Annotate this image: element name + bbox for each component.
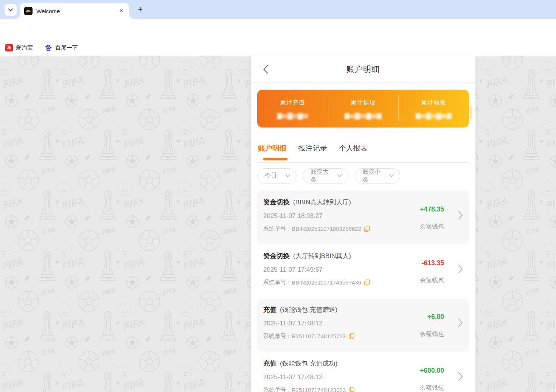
order-number-label: 系统单号： xyxy=(263,279,292,286)
stat-label: 累计提现 xyxy=(328,99,399,107)
filter-date-dropdown[interactable]: 今日 xyxy=(257,168,297,184)
copy-icon[interactable] xyxy=(349,333,355,339)
tab-account-detail[interactable]: 账户明细 xyxy=(257,143,287,153)
chevron-right-icon xyxy=(458,211,463,221)
new-tab-button[interactable]: + xyxy=(135,5,145,15)
active-tab-underline xyxy=(263,158,287,160)
transaction-type: 资金切换 xyxy=(263,198,290,207)
stat-label: 累计领取 xyxy=(398,99,469,107)
transaction-type: 充值 xyxy=(263,359,276,368)
wallet-label: 余额钱包 xyxy=(406,384,444,392)
page-title: 账户明细 xyxy=(346,64,380,75)
back-chevron-button[interactable] xyxy=(260,64,271,75)
order-number-label: 系统单号： xyxy=(263,386,292,392)
transaction-amount-block: +478.35 余额钱包 xyxy=(406,198,463,244)
baidu-paw-icon: du xyxy=(44,44,52,52)
transaction-row[interactable]: 资金切换 (大厅转到BBIN真人) 2025-11-07 17:49:57 系统… xyxy=(257,245,469,298)
order-number-label: 系统单号： xyxy=(263,225,292,232)
order-number: BBIN202511071749567436 xyxy=(292,279,361,286)
order-number: R2511071748123023 xyxy=(292,387,346,392)
bookmarks-bar: 淘 爱淘宝 du 百度一下 xyxy=(0,40,556,56)
copy-icon[interactable] xyxy=(364,279,370,286)
transaction-row[interactable]: 充值 (钱能钱包 充值成功) 2025-11-07 17:48:12 系统单号：… xyxy=(257,352,469,392)
stat-total-withdraw: 累计提现 xyxy=(328,90,399,128)
tab-title: Welcome xyxy=(36,8,118,14)
transaction-info: 充值 (钱能钱包 充值成功) 2025-11-07 17:48:12 系统单号：… xyxy=(263,359,406,392)
transaction-detail: (BBIN真人转到大厅) xyxy=(293,198,351,207)
order-number-label: 系统单号： xyxy=(263,333,292,340)
transaction-amount: +6.00 xyxy=(406,313,444,321)
bookmark-aitaobao[interactable]: 淘 爱淘宝 xyxy=(5,44,33,51)
stat-label: 累计充值 xyxy=(257,99,328,107)
transaction-row[interactable]: 充值 (钱能钱包 充值赠送) 2025-11-07 17:48:12 系统单号：… xyxy=(257,299,469,352)
transaction-amount-block: +6.00 余额钱包 xyxy=(406,305,463,352)
transaction-amount-block: -613.35 余额钱包 xyxy=(406,251,463,298)
divider xyxy=(328,96,328,121)
browser-tab-welcome[interactable]: Welcome × xyxy=(20,3,129,19)
wallet-label: 余额钱包 xyxy=(406,223,444,231)
filter-major-category-dropdown[interactable]: 账变大类 xyxy=(303,168,348,184)
chevron-right-icon xyxy=(458,372,463,383)
masked-value xyxy=(328,112,399,121)
transaction-datetime: 2025-11-07 17:48:12 xyxy=(263,373,406,381)
report-tabs: 账户明细 投注记录 个人报表 xyxy=(257,134,469,163)
filters-row: 今日 账变大类 账变小类 xyxy=(257,163,469,189)
filter-minor-category-dropdown[interactable]: 账变小类 xyxy=(355,168,400,184)
taobao-icon: 淘 xyxy=(5,44,13,51)
bookmark-label: 爱淘宝 xyxy=(16,44,33,51)
summary-section: 累计充值 累计提现 累计领取 xyxy=(251,82,475,134)
tab-close-icon[interactable]: × xyxy=(118,8,125,14)
chevron-down-icon xyxy=(337,174,342,177)
transaction-type: 资金切换 xyxy=(263,251,290,260)
filter-label: 账变大类 xyxy=(311,168,334,184)
transaction-list: 资金切换 (BBIN真人转到大厅) 2025-11-07 18:03:27 系统… xyxy=(251,189,475,392)
tab-personal-report[interactable]: 个人报表 xyxy=(338,143,368,153)
stat-total-claimed: 累计领取 xyxy=(398,90,469,128)
wallet-label: 余额钱包 xyxy=(406,277,444,285)
chevron-right-icon xyxy=(458,318,463,329)
stat-total-deposit: 累计充值 xyxy=(257,90,328,128)
filter-label: 账变小类 xyxy=(362,168,386,184)
chevron-down-icon xyxy=(389,174,394,177)
tab-bet-records[interactable]: 投注记录 xyxy=(298,143,328,153)
transaction-detail: (大厅转到BBIN真人) xyxy=(293,252,351,260)
transaction-amount-block: +600.00 余额钱包 xyxy=(406,359,463,392)
transaction-row[interactable]: 资金切换 (BBIN真人转到大厅) 2025-11-07 18:03:27 系统… xyxy=(257,191,469,244)
browser-toolbar: 175616.cc/reports/index xyxy=(0,19,556,40)
transaction-datetime: 2025-11-07 18:03:27 xyxy=(263,212,406,220)
site-favicon xyxy=(24,7,33,15)
svg-text:du: du xyxy=(47,48,50,50)
transaction-amount: +600.00 xyxy=(406,367,444,375)
transaction-info: 资金切换 (BBIN真人转到大厅) 2025-11-07 18:03:27 系统… xyxy=(263,198,406,244)
transaction-datetime: 2025-11-07 17:48:12 xyxy=(263,320,406,327)
transaction-type: 充值 xyxy=(263,305,276,314)
transaction-amount: +478.35 xyxy=(406,205,444,213)
chevron-right-icon xyxy=(458,264,463,275)
transaction-amount: -613.35 xyxy=(406,259,444,267)
masked-value xyxy=(257,112,328,121)
totals-card: 累计充值 累计提现 累计领取 xyxy=(257,90,469,128)
browser-tab-strip: Welcome × + xyxy=(0,0,556,19)
account-detail-panel: 账户明细 累计充值 累计提现 累计领取 xyxy=(251,56,475,392)
panel-header: 账户明细 xyxy=(251,56,475,82)
order-number: R2511071748125723 xyxy=(292,333,346,339)
wallet-label: 余额钱包 xyxy=(406,330,444,338)
transaction-detail: (钱能钱包 充值成功) xyxy=(280,359,337,368)
copy-icon[interactable] xyxy=(349,387,355,392)
chevron-left-icon xyxy=(262,65,269,74)
transaction-datetime: 2025-11-07 17:49:57 xyxy=(263,266,406,274)
bookmark-baidu[interactable]: du 百度一下 xyxy=(44,44,78,52)
filter-label: 今日 xyxy=(265,172,277,180)
divider xyxy=(398,96,399,121)
carousel-next-peek xyxy=(470,107,472,119)
chevron-down-icon xyxy=(8,7,13,12)
order-number: BBIN202511071803258622 xyxy=(292,226,361,232)
transaction-info: 充值 (钱能钱包 充值赠送) 2025-11-07 17:48:12 系统单号：… xyxy=(263,305,406,352)
bookmark-label: 百度一下 xyxy=(55,44,78,51)
masked-value xyxy=(398,112,469,121)
transaction-info: 资金切换 (大厅转到BBIN真人) 2025-11-07 17:49:57 系统… xyxy=(263,251,406,298)
chevron-down-icon xyxy=(285,174,290,177)
transaction-detail: (钱能钱包 充值赠送) xyxy=(280,305,337,314)
copy-icon[interactable] xyxy=(364,226,370,232)
page-viewport: FIFA FIFA 账户明细 累计充值 xyxy=(0,56,556,392)
